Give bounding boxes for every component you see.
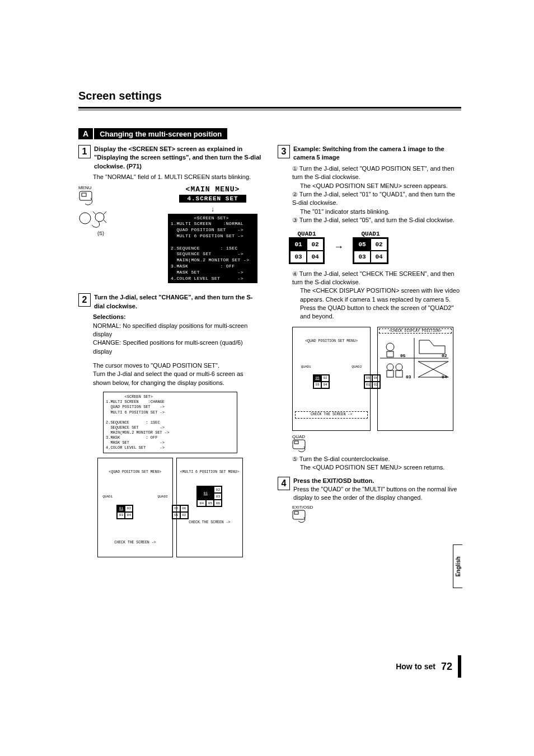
flow-quad-menu: <QUAD POSITION SET MENU> QUAD1 01 02 03 …	[97, 458, 173, 557]
substep-1-bold: Turn the J-dial, select "QUAD POSITION S…	[292, 165, 454, 180]
substep-5-text: The <QUAD POSITION SET MENU> screen retu…	[300, 463, 444, 472]
normal-label: NORMAL:	[93, 322, 121, 329]
flow-chart: <SCREEN SET> 1.MULTI SCREEN :CHANGE QUAD…	[97, 392, 243, 557]
main-menu-title: <MAIN MENU>	[168, 185, 257, 194]
cell: 02	[214, 486, 222, 493]
quad-cell: 03	[354, 251, 371, 263]
check-panel-2: <CHECK DISPLAY POSITION> 05 02	[377, 327, 453, 431]
substep-3: ③ Turn the J-dial, select "05", and turn…	[292, 216, 461, 224]
cell: 04	[321, 382, 329, 388]
step-3-bold: Example: Switching from the camera 1 ima…	[293, 145, 444, 161]
svg-rect-1	[82, 193, 86, 196]
cell: 03	[214, 493, 222, 500]
svg-point-10	[396, 364, 402, 370]
osd-screen-set: <SCREEN SET> 1.MULTI SCREEN :NORMAL QUAD…	[168, 214, 257, 284]
substep-2: ② Turn the J-dial, select "01" to "QUAD1…	[292, 190, 461, 216]
circled-5-icon: ⑤	[292, 456, 298, 462]
main-menu-diagram: MENU (S) <MAIN MENU> 4.SCREEN SET	[78, 185, 262, 284]
flow-multi6-menu: <MULTI 6 POSITION SET MENU> 01 02 03 04 …	[176, 458, 243, 557]
live-video-illustration: 05 02 03 04	[379, 334, 449, 381]
svg-text:02: 02	[442, 353, 447, 358]
selections-label: Selections:	[93, 313, 262, 321]
substep-4-text2: Press the QUAD button to check the scree…	[300, 304, 461, 321]
page-number: 72	[441, 661, 452, 673]
substep-2-bold: Turn the J-dial, select "01" to "QUAD1",…	[292, 191, 455, 206]
quad-cell: 02	[371, 238, 387, 251]
screen-set-item: 4.SCREEN SET	[179, 195, 246, 203]
menu-panel: <MAIN MENU> 4.SCREEN SET ↓ <SCREEN SET> …	[168, 185, 257, 284]
cell: 03	[313, 382, 321, 388]
substep-5: ⑤ Turn the S-dial counterclockwise. The …	[292, 455, 461, 472]
section-header: A Changing the multi-screen position	[78, 128, 227, 139]
svg-rect-0	[79, 191, 92, 200]
exit-button-icon	[292, 510, 309, 525]
substep-1-text: The <QUAD POSITION SET MENU> screen appe…	[300, 182, 448, 190]
quad-cell: 04	[371, 251, 387, 263]
cell: 01	[364, 382, 372, 388]
circled-3-icon: ③	[292, 217, 298, 223]
check-panels: <QUAD POSITION SET MENU> QUAD1 05 02 03 …	[292, 327, 461, 431]
panel-title: <QUAD POSITION SET MENU>	[295, 339, 368, 344]
cell: 01	[197, 486, 214, 500]
quad-cell: 05	[354, 238, 371, 251]
step-number: 1	[78, 145, 91, 158]
quad-cell: 02	[307, 238, 324, 251]
rule-thick	[78, 107, 461, 109]
menu-label: MENU	[78, 185, 118, 190]
quad-cell: 03	[290, 251, 307, 263]
substep-1: ① Turn the J-dial, select "QUAD POSITION…	[292, 165, 461, 190]
cell: 04	[125, 512, 133, 519]
step-1-text: The "NORMAL" field of 1. MULTI SCREEN st…	[93, 173, 262, 181]
substep-5-bold: Turn the S-dial counterclockwise.	[299, 456, 390, 462]
svg-point-6	[386, 343, 394, 351]
circled-4-icon: ④	[292, 270, 298, 277]
circled-1-icon: ①	[292, 165, 298, 172]
quad2-label: QUAD2	[332, 365, 381, 369]
quad-button-icon	[292, 439, 309, 455]
step-2: 2 Turn the J-dial, select "CHANGE", and …	[78, 293, 262, 311]
step-3: 3 Example: Switching from the camera 1 i…	[278, 145, 461, 162]
manual-page: Screen settings A Changing the multi-scr…	[0, 0, 534, 756]
step-4-bold: Press the EXIT/OSD button.	[293, 477, 374, 484]
svg-rect-11	[396, 370, 402, 377]
quad-transition: QUAD1 01 02 03 04 → QUAD1 05 02 03	[289, 231, 461, 264]
step-2-para2: Turn the J-dial and select the quad or m…	[93, 370, 262, 387]
remote-icon-block: MENU (S)	[78, 185, 118, 236]
quad-grid-after: 05 02 03 04	[353, 237, 388, 264]
quad-cell: 01	[290, 238, 307, 251]
substep-4-text1: The <CHECK DISPLAY POSITION> screen with…	[300, 287, 461, 304]
cell: 04	[197, 500, 206, 506]
arrow-right-icon: →	[334, 241, 344, 253]
svg-text:03: 03	[406, 374, 411, 379]
step-4: 4 Press the EXIT/OSD button. Press the "…	[278, 477, 461, 503]
cell: 05	[206, 500, 214, 506]
cell: 06	[214, 500, 222, 506]
step-2-para1: The cursor moves to "QUAD POSITION SET".	[93, 361, 262, 370]
substep-4: ④ Turn the J-dial, select "CHECK THE SCR…	[292, 270, 461, 321]
svg-rect-7	[387, 351, 394, 357]
step-1-bold: Display the <SCREEN SET> screen as expla…	[94, 145, 261, 170]
quad1-label: QUAD1	[282, 365, 330, 369]
svg-point-8	[387, 364, 394, 370]
check-screen-label: CHECK THE SCREEN ->	[295, 411, 368, 418]
quad-cell: 04	[307, 251, 324, 263]
check-screen-label: CHECK THE SCREEN ->	[100, 541, 170, 545]
check-screen-label: CHECK THE SCREEN ->	[179, 520, 240, 525]
step-4-text: Press the "QUAD" or the "MULTI" buttons …	[293, 486, 457, 501]
cell: 02	[321, 375, 329, 382]
cell: 03	[117, 512, 125, 519]
step-2-bold: Turn the J-dial, select "CHANGE", and th…	[94, 294, 252, 309]
flow-quad-title: <QUAD POSITION SET MENU>	[100, 470, 170, 475]
svg-point-2	[79, 213, 91, 224]
substep-2-text: The "01" indicator starts blinking.	[300, 208, 390, 216]
quad1-label: QUAD1	[81, 495, 134, 499]
change-label: CHANGE:	[93, 339, 121, 346]
quad-grid-before: 01 02 03 04	[289, 237, 325, 264]
section-letter: A	[78, 128, 94, 139]
cell: 02	[125, 505, 133, 512]
flow-screen-set: <SCREEN SET> 1.MULTI SCREEN :CHANGE QUAD…	[103, 392, 237, 453]
quad-button-block: QUAD	[292, 434, 461, 455]
footer-section: How to set	[396, 662, 435, 671]
right-column: 3 Example: Switching from the camera 1 i…	[278, 145, 461, 557]
quad-button-label: QUAD	[292, 434, 461, 439]
